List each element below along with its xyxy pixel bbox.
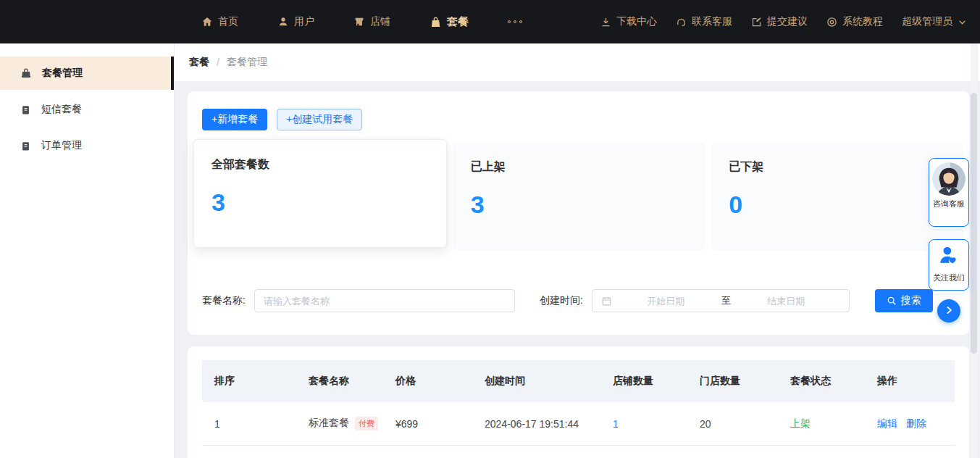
edit-icon: [751, 17, 762, 28]
column-header-price: 价格: [383, 375, 472, 388]
cell-name: 标准套餐付费: [296, 417, 383, 430]
cell-store-count: 20: [687, 418, 778, 430]
end-date-input[interactable]: [732, 296, 840, 307]
nav-item-home[interactable]: 首页: [201, 15, 238, 28]
sidebar: 套餐管理 短信套餐 订单管理: [0, 43, 174, 458]
account-name: 超级管理员: [902, 15, 952, 28]
scrollbar-track: [971, 43, 978, 458]
create-trial-package-button[interactable]: +创建试用套餐: [277, 109, 362, 130]
sidebar-item-sms-package[interactable]: 短信套餐: [0, 93, 174, 126]
nav-item-shop[interactable]: 店铺: [353, 15, 390, 28]
column-header-actions: 操作: [865, 375, 955, 388]
sidebar-item-label: 短信套餐: [41, 103, 82, 116]
nav-item-label: 首页: [218, 15, 238, 28]
home-icon: [201, 16, 213, 28]
search-button-label: 搜索: [901, 294, 921, 307]
tutorial-icon: [826, 17, 837, 28]
cell-status: 上架: [778, 417, 865, 430]
search-button[interactable]: 搜索: [875, 289, 933, 312]
breadcrumb-root[interactable]: 套餐: [189, 56, 209, 69]
breadcrumb-current: 套餐管理: [227, 56, 267, 69]
breadcrumb-separator: /: [217, 57, 219, 68]
chevron-right-icon: [944, 305, 954, 317]
nav-item-label: 系统教程: [842, 15, 883, 28]
column-header-sort: 排序: [202, 375, 296, 388]
stat-card-off-shelf: 已下架 0: [711, 142, 963, 251]
add-package-button[interactable]: +新增套餐: [202, 109, 267, 130]
created-time-label: 创建时间:: [540, 294, 583, 307]
utility-nav: 下载中心 联系客服 提交建议 系统教程 超级管理员: [600, 15, 980, 28]
headset-icon: [676, 17, 687, 28]
more-icon: [508, 20, 522, 23]
sidebar-item-package-management[interactable]: 套餐管理: [0, 57, 174, 90]
nav-item-label: 提交建议: [767, 15, 808, 28]
document-icon: [20, 141, 31, 151]
filter-bar: 套餐名称: 创建时间: 至 搜索: [202, 289, 955, 312]
package-name: 标准套餐: [309, 417, 349, 428]
calendar-icon: [601, 296, 612, 307]
table-row: 1 标准套餐付费 ¥699 2024-06-17 19:51:44 1 20 上…: [202, 402, 955, 446]
cell-shop-count: 1: [600, 418, 687, 430]
bag-icon: [20, 67, 32, 79]
column-header-name: 套餐名称: [296, 375, 383, 388]
user-icon: [277, 16, 289, 28]
status-badge: 上架: [790, 417, 811, 429]
collapse-widgets-button[interactable]: [937, 299, 960, 322]
package-table-panel: 排序 套餐名称 价格 创建时间 店铺数量 门店数量 套餐状态 操作 1 标准套餐…: [188, 346, 969, 458]
follow-us-widget[interactable]: 关注我们: [929, 239, 969, 291]
column-header-created: 创建时间: [472, 375, 600, 388]
stat-title: 已上架: [471, 159, 688, 175]
stat-value: 3: [471, 191, 688, 219]
main-content: 套餐 / 套餐管理 +新增套餐 +创建试用套餐 全部套餐数 3 已上架 3 已下…: [174, 43, 980, 458]
shop-count-link[interactable]: 1: [613, 418, 619, 430]
cell-created: 2024-06-17 19:51:44: [472, 418, 600, 430]
cell-sort: 1: [202, 418, 296, 430]
nav-item-contact-support[interactable]: 联系客服: [676, 15, 732, 28]
main-nav: 首页 用户 店铺 套餐: [0, 15, 522, 29]
scroll-area: +新增套餐 +创建试用套餐 全部套餐数 3 已上架 3 已下架 0 套餐名称:: [175, 81, 980, 458]
column-header-store-count: 门店数量: [687, 375, 778, 388]
nav-item-label: 用户: [294, 15, 314, 28]
nav-item-system-tutorial[interactable]: 系统教程: [826, 15, 883, 28]
sidebar-item-label: 套餐管理: [42, 67, 83, 80]
scrollbar-thumb[interactable]: [971, 93, 977, 354]
account-menu[interactable]: 超级管理员: [902, 15, 967, 28]
column-header-shop-count: 店铺数量: [600, 375, 687, 388]
nav-item-download-center[interactable]: 下载中心: [600, 15, 657, 28]
top-navbar: 首页 用户 店铺 套餐 下载中心: [0, 0, 980, 43]
stat-value: 0: [729, 191, 946, 219]
table-header-row: 排序 套餐名称 价格 创建时间 店铺数量 门店数量 套餐状态 操作: [202, 360, 955, 402]
follow-us-icon: [938, 257, 960, 269]
date-range-picker[interactable]: 至: [592, 289, 850, 312]
nav-item-package[interactable]: 套餐: [430, 15, 469, 29]
stat-value: 3: [212, 188, 429, 217]
column-header-status: 套餐状态: [778, 375, 865, 388]
bag-icon: [430, 16, 442, 28]
nav-item-label: 套餐: [447, 15, 469, 29]
package-name-input[interactable]: [254, 289, 515, 312]
paid-badge: 付费: [355, 417, 378, 430]
edit-link[interactable]: 编辑: [877, 417, 897, 430]
sidebar-item-label: 订单管理: [41, 139, 82, 152]
range-separator: 至: [720, 294, 732, 307]
shop-icon: [353, 16, 365, 28]
nav-more-button[interactable]: [508, 20, 522, 23]
cell-price: ¥699: [383, 418, 472, 430]
nav-item-label: 店铺: [370, 15, 390, 28]
stat-card-total-packages: 全部套餐数 3: [193, 139, 447, 248]
stat-title: 全部套餐数: [212, 157, 429, 172]
customer-service-widget[interactable]: 咨询客服: [929, 158, 969, 227]
sidebar-item-order-management[interactable]: 订单管理: [0, 129, 174, 162]
nav-item-label: 下载中心: [616, 15, 657, 28]
download-icon: [600, 17, 611, 28]
document-icon: [20, 104, 31, 115]
cell-actions: 编辑 删除: [865, 417, 955, 430]
breadcrumb: 套餐 / 套餐管理: [175, 43, 980, 81]
overview-panel: +新增套餐 +创建试用套餐 全部套餐数 3 已上架 3 已下架 0 套餐名称:: [188, 91, 969, 335]
delete-link[interactable]: 删除: [906, 417, 926, 430]
start-date-input[interactable]: [612, 296, 720, 307]
nav-item-submit-feedback[interactable]: 提交建议: [751, 15, 808, 28]
nav-item-user[interactable]: 用户: [277, 15, 314, 28]
stats-row: 全部套餐数 3 已上架 3 已下架 0: [193, 142, 963, 251]
customer-service-label: 咨询客服: [929, 199, 968, 209]
